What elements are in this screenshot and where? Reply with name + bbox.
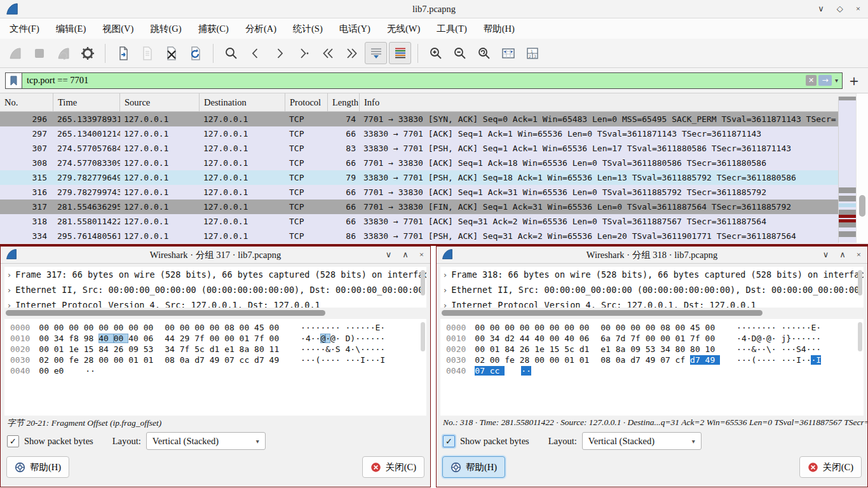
column-header-src[interactable]: Source (120, 93, 200, 111)
open-file-icon[interactable] (112, 42, 134, 64)
hex-dump-panel[interactable]: 000000 00 00 00 00 00 00 00 00 00 00 00 … (440, 319, 864, 416)
filter-apply-icon[interactable]: → (818, 75, 832, 86)
hex-vscrollbar[interactable] (858, 322, 862, 351)
menu-item-edit[interactable]: 编辑(E) (48, 20, 95, 38)
packet-detail-tree[interactable]: ›Frame 318: 66 bytes on wire (528 bits),… (440, 267, 864, 308)
hex-byte: 80 (254, 344, 269, 354)
packet-list-scrollbar[interactable] (856, 93, 868, 243)
scrollbar-handle[interactable] (6, 310, 325, 316)
maximize-button[interactable]: ◇ (837, 4, 843, 14)
expand-chevron-icon[interactable]: › (8, 270, 11, 280)
menu-item-file[interactable]: 文件(F) (1, 20, 48, 38)
menu-item-telephony[interactable]: 电话(Y) (331, 20, 379, 38)
help-button[interactable]: 帮助(H) (442, 456, 505, 478)
expand-chevron-icon[interactable]: › (444, 301, 447, 308)
filter-clear-icon[interactable]: ✕ (806, 75, 817, 86)
minimap-stripe (839, 97, 857, 100)
tree-item-ip[interactable]: ›Internet Protocol Version 4, Src: 127.0… (440, 297, 864, 308)
layout-select[interactable]: Vertical (Stacked) ▾ (146, 432, 266, 450)
scrollbar-handle[interactable] (859, 195, 865, 217)
restart-capture-icon[interactable] (52, 42, 74, 64)
dialog-shade-button[interactable]: ∨ (823, 250, 829, 260)
packet-row-308[interactable]: 308274.577083309127.0.0.1127.0.0.1TCP667… (0, 156, 839, 170)
close-button[interactable]: 关闭(C) (799, 456, 862, 478)
packet-row-307[interactable]: 307274.577057684127.0.0.1127.0.0.1TCP833… (0, 141, 839, 156)
expand-chevron-icon[interactable]: › (8, 301, 11, 308)
packet-row-315[interactable]: 315279.782779649127.0.0.1127.0.0.1TCP793… (0, 170, 839, 185)
hex-dump-panel[interactable]: 000000 00 00 00 00 00 00 00 00 00 00 00 … (4, 319, 426, 416)
reload-file-icon[interactable] (184, 42, 207, 64)
resize-columns-icon[interactable] (497, 42, 519, 64)
save-file-icon[interactable] (136, 42, 158, 64)
menu-item-analyze[interactable]: 分析(A) (237, 20, 285, 38)
show-packet-bytes-checkbox[interactable]: ✓ Show packet bytes (7, 435, 93, 447)
tree-item-frame[interactable]: ›Frame 317: 66 bytes on wire (528 bits),… (4, 267, 426, 282)
packet-row-296[interactable]: 296265.133978931127.0.0.1127.0.0.1TCP747… (0, 112, 839, 126)
zoom-out-icon[interactable] (449, 42, 471, 64)
dialog-shade-button[interactable]: ∨ (386, 250, 392, 260)
go-to-packet-icon[interactable] (292, 42, 315, 64)
menu-item-capture[interactable]: 捕获(C) (190, 20, 237, 38)
help-button[interactable]: 帮助(H) (6, 456, 69, 478)
column-header-info[interactable]: Info (360, 93, 857, 111)
go-back-icon[interactable] (244, 42, 266, 64)
capture-options-icon[interactable] (76, 42, 98, 64)
filter-dropdown-caret-icon[interactable]: ▾ (834, 77, 839, 84)
go-first-icon[interactable] (316, 42, 339, 64)
stop-capture-icon[interactable] (28, 42, 50, 64)
show-packet-bytes-checkbox[interactable]: ✓ Show packet bytes (443, 435, 529, 447)
menu-item-go[interactable]: 跳转(G) (142, 20, 189, 38)
layout-123-icon[interactable]: 123 (521, 42, 543, 64)
hex-vscrollbar[interactable] (421, 322, 425, 351)
colorize-icon[interactable] (389, 42, 411, 64)
dialog-unshade-button[interactable]: ∧ (402, 250, 409, 260)
column-header-dst[interactable]: Destination (200, 93, 285, 111)
packet-list-minimap[interactable] (838, 97, 857, 243)
tree-vscrollbar[interactable] (421, 270, 425, 295)
find-packet-icon[interactable] (220, 42, 242, 64)
column-header-no[interactable]: No. (0, 93, 53, 111)
tree-hscrollbar[interactable] (5, 309, 426, 316)
packet-row-334[interactable]: 334295.761480561127.0.0.1127.0.0.1TCP863… (0, 229, 839, 243)
filter-add-button[interactable]: + (843, 74, 863, 88)
expand-chevron-icon[interactable]: › (444, 270, 447, 280)
menu-item-view[interactable]: 视图(V) (94, 20, 142, 38)
tree-item-ethernet[interactable]: ›Ethernet II, Src: 00:00:00_00:00:00 (00… (4, 282, 426, 297)
expand-chevron-icon[interactable]: › (444, 285, 447, 295)
scrollbar-handle[interactable] (442, 310, 763, 316)
minimize-button[interactable]: ∨ (818, 4, 824, 14)
tree-item-ip[interactable]: ›Internet Protocol Version 4, Src: 127.0… (4, 297, 426, 308)
zoom-in-icon[interactable] (424, 42, 447, 64)
close-button[interactable]: × (856, 4, 860, 14)
filter-input[interactable] (22, 72, 843, 89)
packet-detail-tree[interactable]: ›Frame 317: 66 bytes on wire (528 bits),… (4, 267, 426, 308)
menu-item-help[interactable]: 帮助(H) (475, 20, 523, 38)
layout-select[interactable]: Vertical (Stacked) ▾ (582, 432, 702, 450)
tree-item-ethernet[interactable]: ›Ethernet II, Src: 00:00:00_00:00:00 (00… (440, 282, 864, 297)
column-header-proto[interactable]: Protocol (285, 93, 328, 111)
auto-scroll-icon[interactable] (365, 42, 387, 64)
packet-row-297[interactable]: 297265.134001214127.0.0.1127.0.0.1TCP663… (0, 126, 839, 141)
packet-row-317[interactable]: 317281.554636295127.0.0.1127.0.0.1TCP667… (0, 200, 839, 214)
column-header-time[interactable]: Time (53, 93, 120, 111)
packet-row-316[interactable]: 316279.782799743127.0.0.1127.0.0.1TCP667… (0, 185, 839, 200)
dialog-close-x-button[interactable]: × (857, 250, 861, 260)
menu-item-wireless[interactable]: 无线(W) (379, 20, 428, 38)
expand-chevron-icon[interactable]: › (8, 285, 11, 295)
dialog-close-x-button[interactable]: × (419, 250, 424, 260)
filter-bookmark-icon[interactable] (5, 72, 22, 89)
packet-row-318[interactable]: 318281.558011422127.0.0.1127.0.0.1TCP663… (0, 214, 839, 229)
go-forward-icon[interactable] (268, 42, 290, 64)
dialog-unshade-button[interactable]: ∧ (839, 250, 846, 260)
column-header-len[interactable]: Length (328, 93, 360, 111)
close-button[interactable]: 关闭(C) (362, 456, 424, 478)
go-last-icon[interactable] (341, 42, 363, 64)
zoom-reset-icon[interactable] (473, 42, 495, 64)
close-file-icon[interactable] (160, 42, 182, 64)
tree-vscrollbar[interactable] (858, 270, 862, 295)
start-capture-icon[interactable] (4, 42, 26, 64)
menu-item-statistics[interactable]: 统计(S) (285, 20, 331, 38)
tree-hscrollbar[interactable] (441, 309, 863, 316)
menu-item-tools[interactable]: 工具(T) (428, 20, 475, 38)
tree-item-frame[interactable]: ›Frame 318: 66 bytes on wire (528 bits),… (440, 267, 864, 282)
